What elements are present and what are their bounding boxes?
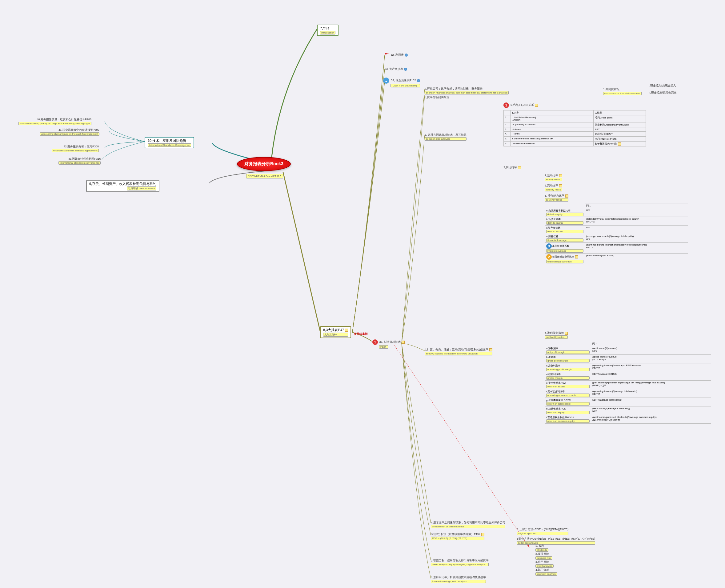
node-35a1-label: 1,共同比财报 xyxy=(603,88,619,91)
node-35e-sub: combination of different ratios xyxy=(431,525,505,528)
t1r3c1: - Taxes xyxy=(511,132,594,136)
sr5n: e,固定财务费用比率 xyxy=(552,255,574,258)
node-35c1[interactable]: 1 1,毛利,I,T,D,NI关系 xyxy=(503,103,538,108)
t1r5c1: - Preferred Dividends xyxy=(511,142,594,146)
note-icon xyxy=(401,341,405,344)
t1-h1: 1,内容 xyxy=(511,110,594,115)
b10-item-2-t: 42,财务报表分析：应用P308 xyxy=(52,145,99,149)
b10-item-0[interactable]: 40,财务报告质量：红旗和会计报警信号P288 financial report… xyxy=(18,118,91,125)
note-icon xyxy=(345,329,348,332)
node-35h[interactable]: h,怎样用比率分析及其他技术建模与预测盈率 forecast earnings,… xyxy=(431,575,486,583)
node-35[interactable]: 1 35, 财务分析技术 P134 xyxy=(372,339,405,349)
branch-10-title: 10,技术、应用及国际趋势 xyxy=(148,139,186,143)
sr1s: debt-to-capital xyxy=(546,221,583,225)
node-35f2-sub: Extended analysis xyxy=(517,541,595,545)
f23s: credit analysis xyxy=(535,564,554,568)
t1r2c1: - Interest xyxy=(511,127,594,132)
t1r1c2: 营业利润Operating Profit(EBIT) xyxy=(594,123,646,127)
pr4n: e,资本收益率ROA xyxy=(546,381,589,385)
node-35g[interactable]: g,权益分析、信用分析及部门分析中应用的比率 credit analysis, … xyxy=(431,559,489,566)
pr1s: gross profit margin xyxy=(546,359,589,362)
priority-3-icon: 3 xyxy=(546,244,552,249)
branch-8-sub: 见附三分钟 xyxy=(323,333,348,337)
node-35e[interactable]: e,显示比率之间像何联系，如何利用不同比率组合来评价公司 combination… xyxy=(431,521,505,528)
node-35a1-sub: common-size financial statement xyxy=(603,92,642,95)
t1r0c2: 毛利Gross profit xyxy=(594,115,646,123)
node-35f2-3[interactable]: 3,信用风险credit analysis xyxy=(535,560,554,568)
node-35b[interactable]: b,比率分析的局限性 xyxy=(424,96,449,99)
b10-item-3[interactable]: 43,国际会计标准趋同P316 International standards … xyxy=(59,157,101,165)
f23t: 3,信用风险 xyxy=(535,560,554,564)
pr3v: EBIT/revenue=EBIT/S xyxy=(591,372,711,381)
branch-7-sub: Introduction xyxy=(320,31,335,35)
pr0n: a,净利润率 xyxy=(546,347,589,350)
note-icon xyxy=(518,166,521,169)
node-35-sub: P134 xyxy=(379,345,388,349)
branch-10[interactable]: 10,技术、应用及国际趋势 International Standards Co… xyxy=(145,137,194,148)
node-35d[interactable]: d,计算、分类、理解：活动/流动/偿还/盈利/估值比率 activity, li… xyxy=(424,348,492,355)
ratio-profitability-s: profitability ratios xyxy=(545,335,568,339)
center-node[interactable]: 财务报表分析Book3 xyxy=(237,157,291,171)
node-35c1-label: 1,毛利,I,T,D,NI关系 xyxy=(511,103,534,106)
ratio-solvency-t: 3, 清偿能力比率 xyxy=(545,194,564,197)
ratio-profitability[interactable]: 4,盈利能力指标 profitability ratios xyxy=(545,331,568,339)
node-35a[interactable]: a,评估公司：比率分析，共同比财报，财务图表 charts in financi… xyxy=(424,87,509,94)
node-35c[interactable]: c, 各种共同比分析技术，及其结果 common-size analysis xyxy=(424,133,467,141)
node-35d-sub: activity, liquidity, profitability, solv… xyxy=(424,352,492,355)
node-32[interactable]: 32, 利润表 xyxy=(385,53,408,57)
note-icon xyxy=(565,332,568,335)
node-35c-label: c, 各种共同比分析技术，及其结果 xyxy=(424,133,467,136)
ratio-solvency[interactable]: 3, 清偿能力比率 solvency ratios xyxy=(545,194,568,202)
ratio-liquidity[interactable]: 2,流动比率 liquidity ratios xyxy=(545,184,562,191)
node-34[interactable]: 34, 现金流量表P102 (Cash Flow Statement) xyxy=(383,78,420,87)
node-35f2-4[interactable]: 4,部门分析segment analysis xyxy=(535,568,557,576)
branch-7[interactable]: 7,导论 Introduction xyxy=(317,25,338,36)
f21t: 1, 股利 xyxy=(535,544,548,548)
node-35a1-II[interactable]: II,现金流出/总现金流出 xyxy=(649,91,677,95)
node-35a1-I[interactable]: I,现金流入/总现金流入 xyxy=(649,84,676,88)
branch-9[interactable]: 9,存货、长期资产、收入税和长期负债与租约 软件研发:IFRS vs GAAP xyxy=(86,180,160,192)
ratio-activity[interactable]: 1,活动比率 activity ratios xyxy=(545,173,562,181)
node-35f-label: f,杜邦分析法（权益收益率的分解）P154 xyxy=(431,532,480,536)
pr6s: return on total capital xyxy=(546,402,589,405)
node-35-label: 35, 财务分析技术 xyxy=(379,340,401,343)
branch-8[interactable]: 8,3大报表P47 见附三分钟 xyxy=(320,326,351,338)
node-35f2-1[interactable]: 1, 股利dividends xyxy=(535,544,548,552)
pr3s: pretax margin xyxy=(546,376,589,380)
note-icon xyxy=(565,194,568,197)
node-35f[interactable]: f,杜邦分析法（权益收益率的分解）P154 ROE = (NI / S) (S … xyxy=(431,532,484,540)
node-35f2[interactable]: 5部分方法 ROE=(NI/EBT)*(EBT/EBIT)*(EBIT/S)*(… xyxy=(517,537,595,545)
pr3n: d,税前利润率 xyxy=(546,373,589,376)
node-35g-sub: credit analysis, equity analysis, segmen… xyxy=(431,563,489,566)
branch-8-annotation: 要熟练掌握 xyxy=(354,332,368,336)
flag-icon xyxy=(385,53,389,57)
ratio-activity-t: 1,活动比率 xyxy=(545,174,558,177)
pr6n: g,总资本收益率 ROTC xyxy=(546,398,589,402)
b10-item-3-t: 43,国际会计标准趋同P316 xyxy=(59,157,101,161)
sr5v: (EBIT+lEASE)/(I+LEASE) xyxy=(585,254,688,264)
b10-item-2[interactable]: 42,财务报表分析：应用P308 Financial statement ana… xyxy=(52,145,99,152)
node-33[interactable]: 33, 资产负债表 xyxy=(385,67,407,71)
pr2n: c,营业利润率 xyxy=(546,364,589,368)
node-35a1[interactable]: 1,共同比财报 common-size financial statement xyxy=(603,87,642,95)
sr5s: fixed charge coverage xyxy=(546,260,583,264)
note-icon xyxy=(559,184,562,187)
node-35c2[interactable]: 2,同比指标 xyxy=(503,166,521,170)
note-icon xyxy=(559,174,562,177)
pr5s: operating return on assets xyxy=(546,394,589,397)
priority-2-icon: 2 xyxy=(546,254,552,260)
t1r1c1: - Operating Expenses xyxy=(511,123,594,127)
b10-item-1-t: 41,现金流量表中的会计报警P302 xyxy=(40,128,99,132)
pr2s: operating profit margin xyxy=(546,368,589,371)
node-35h-sub: forecast earnings, ratio analysis xyxy=(431,580,486,583)
node-35g-label: g,权益分析、信用分析及部门分析中应用的比率 xyxy=(431,559,489,562)
node-35f2-2[interactable]: 2,商业风险business risk xyxy=(535,552,552,560)
node-35a-sub: charts in financial analysis, common-siz… xyxy=(424,91,509,94)
node-35f1[interactable]: 1,三部分方法=ROE = (NI/S)(S/TA)(TA/TE) origin… xyxy=(517,527,568,535)
pr7n: h,权益收益率ROE xyxy=(546,407,589,411)
b10-item-1[interactable]: 41,现金流量表中的会计报警P302 Accounting shenanigan… xyxy=(40,128,99,136)
note-icon xyxy=(481,533,484,536)
node-34-sub: (Cash Flow Statement) xyxy=(391,84,420,87)
pr5n: f,资本营业利润率 xyxy=(546,390,589,393)
node-35d-label: d,计算、分类、理解：活动/流动/偿还/盈利/估值比率 xyxy=(424,348,489,351)
